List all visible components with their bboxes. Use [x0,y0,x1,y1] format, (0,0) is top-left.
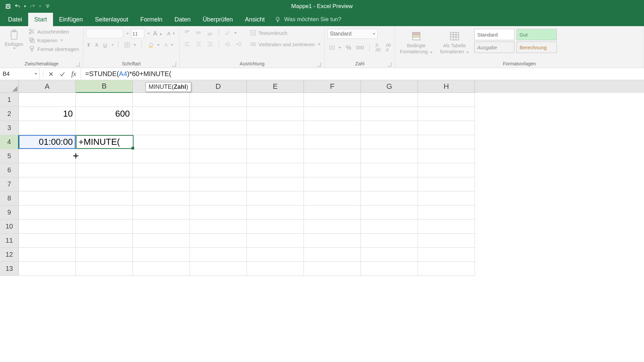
column-header-A[interactable]: A [19,80,76,93]
undo-dropdown-icon[interactable]: ▼ [22,5,28,8]
cell-H12[interactable] [418,248,475,262]
cell-E7[interactable] [247,177,304,191]
cell-C13[interactable] [133,262,190,276]
cell-G5[interactable] [361,149,418,163]
cell-G4[interactable] [361,135,418,149]
row-header-6[interactable]: 6 [0,163,19,177]
tab-daten[interactable]: Daten [168,13,197,26]
cell-E10[interactable] [247,220,304,234]
cell-E8[interactable] [247,191,304,205]
cell-F10[interactable] [304,220,361,234]
cell-G3[interactable] [361,121,418,135]
cell-G6[interactable] [361,163,418,177]
cell-G12[interactable] [361,248,418,262]
tab-ansicht[interactable]: Ansicht [239,13,271,26]
cells-area[interactable]: 1060001:00:00+MINUTE(MINUTE(Zahl) [19,93,644,276]
cell-E4[interactable] [247,135,304,149]
font-name-input[interactable] [86,29,123,38]
cell-F2[interactable] [304,107,361,121]
cell-C6[interactable] [133,163,190,177]
cell-H9[interactable] [418,205,475,220]
cell-B7[interactable] [76,177,133,191]
cell-B11[interactable] [76,234,133,248]
cell-H11[interactable] [418,234,475,248]
clipboard-launcher[interactable] [76,62,80,66]
cell-D9[interactable] [190,205,247,220]
cell-E3[interactable] [247,121,304,135]
cell-D5[interactable] [190,149,247,163]
cell-H4[interactable] [418,135,475,149]
cell-A6[interactable] [19,163,76,177]
cell-G11[interactable] [361,234,418,248]
column-header-H[interactable]: H [418,80,475,93]
cell-H13[interactable] [418,262,475,276]
cell-A5[interactable] [19,149,76,163]
cell-E11[interactable] [247,234,304,248]
cell-A1[interactable] [19,93,76,107]
font-launcher[interactable] [172,62,176,66]
cell-E12[interactable] [247,248,304,262]
cell-H8[interactable] [418,191,475,205]
cell-D8[interactable] [190,191,247,205]
cell-A12[interactable] [19,248,76,262]
alignment-launcher[interactable] [317,62,321,66]
cell-A2[interactable]: 10 [19,107,76,121]
tab-start[interactable]: Start [28,13,53,26]
tell-me[interactable]: Was möchten Sie tun? [271,13,341,26]
row-header-2[interactable]: 2 [0,107,19,121]
font-size-dropdown-icon[interactable] [147,33,150,35]
cell-F9[interactable] [304,205,361,220]
style-ausgabe[interactable]: Ausgabe [474,42,515,53]
cell-D10[interactable] [190,220,247,234]
undo-button[interactable] [13,2,22,11]
cell-E2[interactable] [247,107,304,121]
save-button[interactable] [3,2,13,11]
cell-D7[interactable] [190,177,247,191]
cell-F3[interactable] [304,121,361,135]
row-header-8[interactable]: 8 [0,191,19,205]
cell-H6[interactable] [418,163,475,177]
cell-E1[interactable] [247,93,304,107]
number-launcher[interactable] [387,62,391,66]
number-format-select[interactable]: Standard [327,29,378,39]
cell-E13[interactable] [247,262,304,276]
style-standard[interactable]: Standard [474,29,515,40]
cell-C8[interactable] [133,191,190,205]
select-all-button[interactable] [0,80,19,93]
column-header-D[interactable]: D [190,80,247,93]
cell-D11[interactable] [190,234,247,248]
style-berechnung[interactable]: Berechnung [517,42,557,53]
cell-B1[interactable] [76,93,133,107]
cell-C2[interactable] [133,107,190,121]
name-box[interactable]: B4 [0,68,40,80]
cell-F5[interactable] [304,149,361,163]
cell-F7[interactable] [304,177,361,191]
cell-E5[interactable] [247,149,304,163]
active-cell-editor[interactable]: +MINUTE( [76,135,133,149]
cell-B6[interactable] [76,163,133,177]
cell-G1[interactable] [361,93,418,107]
insert-function-button[interactable]: fx [69,69,79,79]
cell-E6[interactable] [247,163,304,177]
cell-H7[interactable] [418,177,475,191]
cell-H2[interactable] [418,107,475,121]
qat-customize-button[interactable] [43,2,52,11]
cell-C10[interactable] [133,220,190,234]
cell-F8[interactable] [304,191,361,205]
tab-einfuegen[interactable]: Einfügen [53,13,89,26]
cell-F11[interactable] [304,234,361,248]
cell-B2[interactable]: 600 [76,107,133,121]
cell-A9[interactable] [19,205,76,220]
cell-B8[interactable] [76,191,133,205]
cancel-edit-button[interactable] [46,69,56,79]
cell-B13[interactable] [76,262,133,276]
column-header-F[interactable]: F [304,80,361,93]
cell-C1[interactable] [133,93,190,107]
cell-F6[interactable] [304,163,361,177]
cell-F1[interactable] [304,93,361,107]
cell-C11[interactable] [133,234,190,248]
fill-handle[interactable] [131,147,134,149]
cell-B3[interactable] [76,121,133,135]
enter-edit-button[interactable] [57,69,67,79]
cell-A4[interactable]: 01:00:00 [19,135,76,149]
